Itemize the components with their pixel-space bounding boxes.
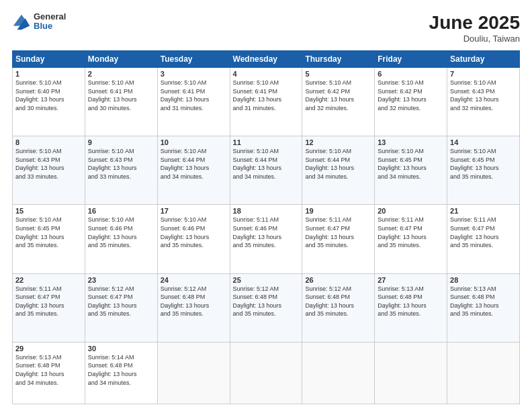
- day-info: Sunrise: 5:12 AM Sunset: 6:48 PM Dayligh…: [305, 285, 371, 318]
- col-saturday: Saturday: [447, 51, 520, 68]
- day-info: Sunrise: 5:13 AM Sunset: 6:48 PM Dayligh…: [450, 285, 517, 318]
- day-number: 8: [15, 138, 82, 146]
- table-row: 11Sunrise: 5:10 AM Sunset: 6:44 PM Dayli…: [230, 136, 302, 205]
- day-number: 26: [305, 276, 371, 284]
- table-row: 30Sunrise: 5:14 AM Sunset: 6:48 PM Dayli…: [85, 342, 157, 404]
- table-row: 28Sunrise: 5:13 AM Sunset: 6:48 PM Dayli…: [447, 273, 520, 342]
- day-number: 20: [378, 207, 444, 215]
- day-info: Sunrise: 5:13 AM Sunset: 6:48 PM Dayligh…: [15, 353, 82, 387]
- table-row: [157, 342, 230, 404]
- header: General Blue June 2025 Douliu, Taiwan: [12, 12, 520, 44]
- day-number: 25: [233, 276, 300, 284]
- day-info: Sunrise: 5:10 AM Sunset: 6:43 PM Dayligh…: [15, 147, 82, 181]
- day-number: 29: [15, 345, 82, 353]
- day-number: 15: [15, 207, 82, 215]
- table-row: 3Sunrise: 5:10 AM Sunset: 6:41 PM Daylig…: [157, 68, 230, 136]
- day-number: 2: [88, 70, 154, 78]
- page: General Blue June 2025 Douliu, Taiwan Su…: [0, 0, 532, 411]
- day-info: Sunrise: 5:10 AM Sunset: 6:45 PM Dayligh…: [15, 216, 82, 249]
- calendar-week-1: 8Sunrise: 5:10 AM Sunset: 6:43 PM Daylig…: [13, 136, 520, 205]
- day-info: Sunrise: 5:10 AM Sunset: 6:45 PM Dayligh…: [450, 147, 517, 181]
- table-row: 19Sunrise: 5:11 AM Sunset: 6:47 PM Dayli…: [302, 205, 375, 273]
- day-number: 28: [450, 276, 517, 284]
- day-info: Sunrise: 5:10 AM Sunset: 6:41 PM Dayligh…: [161, 79, 227, 112]
- day-number: 13: [378, 138, 444, 146]
- table-row: 20Sunrise: 5:11 AM Sunset: 6:47 PM Dayli…: [375, 205, 447, 273]
- day-info: Sunrise: 5:10 AM Sunset: 6:44 PM Dayligh…: [161, 147, 227, 181]
- table-row: 7Sunrise: 5:10 AM Sunset: 6:43 PM Daylig…: [447, 68, 520, 136]
- col-tuesday: Tuesday: [157, 51, 230, 68]
- calendar-week-3: 22Sunrise: 5:11 AM Sunset: 6:47 PM Dayli…: [13, 273, 520, 342]
- col-monday: Monday: [85, 51, 157, 68]
- table-row: 22Sunrise: 5:11 AM Sunset: 6:47 PM Dayli…: [13, 273, 85, 342]
- day-info: Sunrise: 5:12 AM Sunset: 6:48 PM Dayligh…: [233, 285, 300, 318]
- table-row: [447, 342, 520, 404]
- calendar-week-2: 15Sunrise: 5:10 AM Sunset: 6:45 PM Dayli…: [13, 205, 520, 273]
- col-wednesday: Wednesday: [230, 51, 302, 68]
- day-info: Sunrise: 5:10 AM Sunset: 6:44 PM Dayligh…: [305, 147, 371, 181]
- table-row: 17Sunrise: 5:10 AM Sunset: 6:46 PM Dayli…: [157, 205, 230, 273]
- table-row: 18Sunrise: 5:11 AM Sunset: 6:46 PM Dayli…: [230, 205, 302, 273]
- location-subtitle: Douliu, Taiwan: [429, 34, 520, 44]
- calendar: Sunday Monday Tuesday Wednesday Thursday…: [12, 50, 520, 404]
- day-info: Sunrise: 5:10 AM Sunset: 6:42 PM Dayligh…: [305, 79, 371, 112]
- day-info: Sunrise: 5:12 AM Sunset: 6:47 PM Dayligh…: [88, 285, 154, 318]
- calendar-header-row: Sunday Monday Tuesday Wednesday Thursday…: [13, 51, 520, 68]
- table-row: 4Sunrise: 5:10 AM Sunset: 6:41 PM Daylig…: [230, 68, 302, 136]
- col-sunday: Sunday: [13, 51, 85, 68]
- day-number: 11: [233, 138, 300, 146]
- day-info: Sunrise: 5:10 AM Sunset: 6:46 PM Dayligh…: [88, 216, 154, 249]
- day-info: Sunrise: 5:10 AM Sunset: 6:43 PM Dayligh…: [88, 147, 154, 181]
- day-number: 17: [161, 207, 227, 215]
- logo-general: General: [34, 12, 66, 21]
- day-number: 18: [233, 207, 300, 215]
- col-friday: Friday: [375, 51, 447, 68]
- table-row: 1Sunrise: 5:10 AM Sunset: 6:40 PM Daylig…: [13, 68, 85, 136]
- calendar-week-4: 29Sunrise: 5:13 AM Sunset: 6:48 PM Dayli…: [13, 342, 520, 404]
- table-row: 26Sunrise: 5:12 AM Sunset: 6:48 PM Dayli…: [302, 273, 375, 342]
- day-info: Sunrise: 5:10 AM Sunset: 6:40 PM Dayligh…: [15, 79, 82, 112]
- day-info: Sunrise: 5:10 AM Sunset: 6:46 PM Dayligh…: [161, 216, 227, 249]
- day-number: 7: [450, 70, 517, 78]
- table-row: 2Sunrise: 5:10 AM Sunset: 6:41 PM Daylig…: [85, 68, 157, 136]
- table-row: 21Sunrise: 5:11 AM Sunset: 6:47 PM Dayli…: [447, 205, 520, 273]
- day-info: Sunrise: 5:10 AM Sunset: 6:41 PM Dayligh…: [233, 79, 300, 112]
- day-info: Sunrise: 5:13 AM Sunset: 6:48 PM Dayligh…: [378, 285, 444, 318]
- day-info: Sunrise: 5:11 AM Sunset: 6:46 PM Dayligh…: [233, 216, 300, 249]
- day-number: 16: [88, 207, 154, 215]
- table-row: [230, 342, 302, 404]
- table-row: 9Sunrise: 5:10 AM Sunset: 6:43 PM Daylig…: [85, 136, 157, 205]
- day-number: 22: [15, 276, 82, 284]
- day-number: 9: [88, 138, 154, 146]
- table-row: 16Sunrise: 5:10 AM Sunset: 6:46 PM Dayli…: [85, 205, 157, 273]
- day-info: Sunrise: 5:10 AM Sunset: 6:44 PM Dayligh…: [233, 147, 300, 181]
- day-number: 3: [161, 70, 227, 78]
- table-row: 6Sunrise: 5:10 AM Sunset: 6:42 PM Daylig…: [375, 68, 447, 136]
- day-info: Sunrise: 5:10 AM Sunset: 6:45 PM Dayligh…: [378, 147, 444, 181]
- table-row: 10Sunrise: 5:10 AM Sunset: 6:44 PM Dayli…: [157, 136, 230, 205]
- logo-text: General Blue: [34, 12, 66, 32]
- col-thursday: Thursday: [302, 51, 375, 68]
- table-row: 29Sunrise: 5:13 AM Sunset: 6:48 PM Dayli…: [13, 342, 85, 404]
- day-number: 27: [378, 276, 444, 284]
- table-row: [302, 342, 375, 404]
- logo-icon: [12, 12, 31, 31]
- day-info: Sunrise: 5:11 AM Sunset: 6:47 PM Dayligh…: [378, 216, 444, 249]
- day-info: Sunrise: 5:11 AM Sunset: 6:47 PM Dayligh…: [305, 216, 371, 249]
- day-number: 10: [161, 138, 227, 146]
- logo-blue: Blue: [34, 21, 66, 31]
- day-info: Sunrise: 5:11 AM Sunset: 6:47 PM Dayligh…: [15, 285, 82, 318]
- day-number: 6: [378, 70, 444, 78]
- day-number: 1: [15, 70, 82, 78]
- table-row: 27Sunrise: 5:13 AM Sunset: 6:48 PM Dayli…: [375, 273, 447, 342]
- calendar-week-0: 1Sunrise: 5:10 AM Sunset: 6:40 PM Daylig…: [13, 68, 520, 136]
- day-info: Sunrise: 5:10 AM Sunset: 6:41 PM Dayligh…: [88, 79, 154, 112]
- day-number: 30: [88, 345, 154, 353]
- day-number: 21: [450, 207, 517, 215]
- title-area: June 2025 Douliu, Taiwan: [429, 12, 520, 44]
- day-number: 23: [88, 276, 154, 284]
- day-info: Sunrise: 5:10 AM Sunset: 6:42 PM Dayligh…: [378, 79, 444, 112]
- logo: General Blue: [12, 12, 66, 32]
- day-number: 14: [450, 138, 517, 146]
- day-info: Sunrise: 5:12 AM Sunset: 6:48 PM Dayligh…: [161, 285, 227, 318]
